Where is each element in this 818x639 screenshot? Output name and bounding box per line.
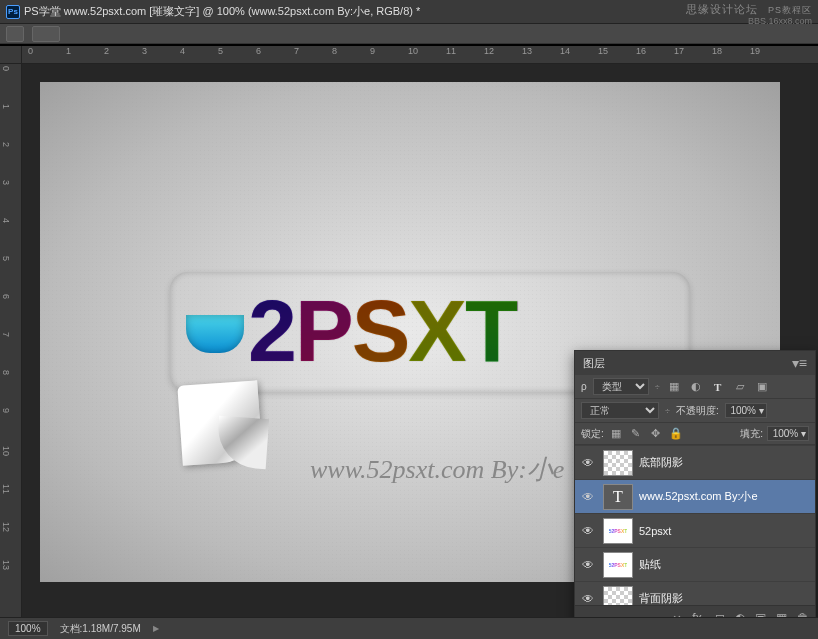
layer-row[interactable]: 👁52PSXT52psxt	[575, 513, 815, 547]
ruler-tick: 5	[1, 256, 11, 261]
lock-all-icon[interactable]: 🔒	[668, 427, 684, 440]
fill-value[interactable]: 100% ▾	[767, 426, 809, 441]
ruler-tick: 12	[1, 522, 11, 532]
layer-list[interactable]: 👁底部阴影👁Twww.52psxt.com By:小e👁52PSXT52psxt…	[575, 445, 815, 605]
ruler-tick: 19	[750, 46, 760, 56]
ruler-tick: 18	[712, 46, 722, 56]
ruler-tick: 1	[66, 46, 71, 56]
layers-panel-header[interactable]: 图层 ▾≡	[575, 351, 815, 375]
ruler-tick: 0	[1, 66, 11, 71]
layer-thumbnail[interactable]: 52PSXT	[603, 552, 633, 578]
layer-filter-kind[interactable]: 类型	[593, 378, 649, 395]
layer-name-label[interactable]: www.52psxt.com By:小e	[639, 489, 811, 504]
filter-pixel-icon[interactable]: ▦	[666, 379, 682, 395]
ruler-tick: 12	[484, 46, 494, 56]
ruler-tick: 13	[522, 46, 532, 56]
ruler-tick: 16	[636, 46, 646, 56]
ruler-tick: 0	[28, 46, 33, 56]
ruler-tick: 3	[142, 46, 147, 56]
layers-panel-title: 图层	[583, 356, 605, 371]
ruler-tick: 2	[1, 142, 11, 147]
layer-thumbnail[interactable]: T	[603, 484, 633, 510]
ruler-vertical[interactable]: 012345678910111213	[0, 46, 22, 617]
document-title: PS学堂 www.52psxt.com [璀璨文字] @ 100% (www.5…	[24, 4, 420, 19]
ps-app-icon: Ps	[6, 5, 20, 19]
ruler-tick: 9	[1, 408, 11, 413]
ruler-tick: 15	[598, 46, 608, 56]
watermark-forum: 思缘设计论坛 PS教程区	[686, 2, 812, 17]
layers-panel[interactable]: 图层 ▾≡ ρ 类型 ÷ ▦ ◐ T ▱ ▣ 正常 ÷ 不透明度: 100% ▾…	[574, 350, 816, 630]
panel-menu-icon[interactable]: ▾≡	[792, 355, 807, 371]
filter-kind-prefix: ρ	[581, 381, 587, 392]
lock-fill-row: 锁定: ▦ ✎ ✥ 🔒 填充: 100% ▾	[575, 423, 815, 445]
layer-name-label[interactable]: 底部阴影	[639, 455, 811, 470]
opacity-value[interactable]: 100% ▾	[725, 403, 767, 418]
opacity-label: 不透明度:	[676, 404, 719, 418]
ruler-tick: 6	[1, 294, 11, 299]
lock-transparent-icon[interactable]: ▦	[608, 427, 624, 440]
ruler-tick: 10	[408, 46, 418, 56]
ruler-tick: 4	[180, 46, 185, 56]
ruler-tick: 10	[1, 446, 11, 456]
filter-type-icon[interactable]: T	[710, 379, 726, 395]
tool-preset-button[interactable]	[6, 26, 24, 42]
tool-option-button[interactable]	[32, 26, 60, 42]
ruler-tick: 7	[294, 46, 299, 56]
layer-thumbnail[interactable]	[603, 450, 633, 476]
ruler-tick: 17	[674, 46, 684, 56]
blend-mode-select[interactable]: 正常	[581, 402, 659, 419]
visibility-toggle-icon[interactable]: 👁	[579, 456, 597, 470]
ruler-tick: 3	[1, 180, 11, 185]
ruler-tick: 8	[1, 370, 11, 375]
filter-shape-icon[interactable]: ▱	[732, 379, 748, 395]
fill-label: 填充:	[740, 427, 763, 441]
layer-row[interactable]: 👁背面阴影	[575, 581, 815, 605]
layer-name-label[interactable]: 贴纸	[639, 557, 811, 572]
ruler-origin[interactable]	[0, 46, 22, 64]
char-5	[180, 280, 248, 484]
visibility-toggle-icon[interactable]: 👁	[579, 592, 597, 606]
ruler-tick: 1	[1, 104, 11, 109]
filter-smart-icon[interactable]: ▣	[754, 379, 770, 395]
options-bar	[0, 24, 818, 44]
layer-filter-row: ρ 类型 ÷ ▦ ◐ T ▱ ▣	[575, 375, 815, 399]
char-2: 2	[248, 280, 295, 484]
layer-row[interactable]: 👁52PSXT贴纸	[575, 547, 815, 581]
doc-size[interactable]: 文档:1.18M/7.95M	[60, 622, 141, 636]
ruler-tick: 11	[446, 46, 456, 56]
ruler-tick: 7	[1, 332, 11, 337]
ruler-tick: 14	[560, 46, 570, 56]
layer-row[interactable]: 👁Twww.52psxt.com By:小e	[575, 479, 815, 513]
layer-thumbnail[interactable]: 52PSXT	[603, 518, 633, 544]
status-menu-icon[interactable]: ▶	[153, 624, 159, 633]
ruler-tick: 4	[1, 218, 11, 223]
blend-opacity-row: 正常 ÷ 不透明度: 100% ▾	[575, 399, 815, 423]
lock-label: 锁定:	[581, 427, 604, 441]
filter-adjust-icon[interactable]: ◐	[688, 379, 704, 395]
status-bar: 100% 文档:1.18M/7.95M ▶	[0, 617, 818, 639]
layer-row[interactable]: 👁底部阴影	[575, 445, 815, 479]
layer-name-label[interactable]: 背面阴影	[639, 591, 811, 605]
ruler-tick: 8	[332, 46, 337, 56]
byline-text: www.52psxt.com By:小e	[310, 452, 564, 487]
visibility-toggle-icon[interactable]: 👁	[579, 558, 597, 572]
ruler-tick: 5	[218, 46, 223, 56]
ruler-horizontal[interactable]: 012345678910111213141516171819	[22, 46, 818, 64]
ruler-tick: 2	[104, 46, 109, 56]
ruler-tick: 9	[370, 46, 375, 56]
zoom-level[interactable]: 100%	[8, 621, 48, 636]
document-tab[interactable]: Ps PS学堂 www.52psxt.com [璀璨文字] @ 100% (ww…	[6, 4, 420, 19]
layer-name-label[interactable]: 52psxt	[639, 525, 811, 537]
lock-position-icon[interactable]: ✥	[648, 427, 664, 440]
watermark-url: BBS.16xx8.com	[748, 16, 812, 26]
visibility-toggle-icon[interactable]: 👁	[579, 524, 597, 538]
ruler-tick: 13	[1, 560, 11, 570]
lock-pixels-icon[interactable]: ✎	[628, 427, 644, 440]
ruler-tick: 6	[256, 46, 261, 56]
ruler-tick: 11	[1, 484, 11, 494]
layer-thumbnail[interactable]	[603, 586, 633, 606]
visibility-toggle-icon[interactable]: 👁	[579, 490, 597, 504]
